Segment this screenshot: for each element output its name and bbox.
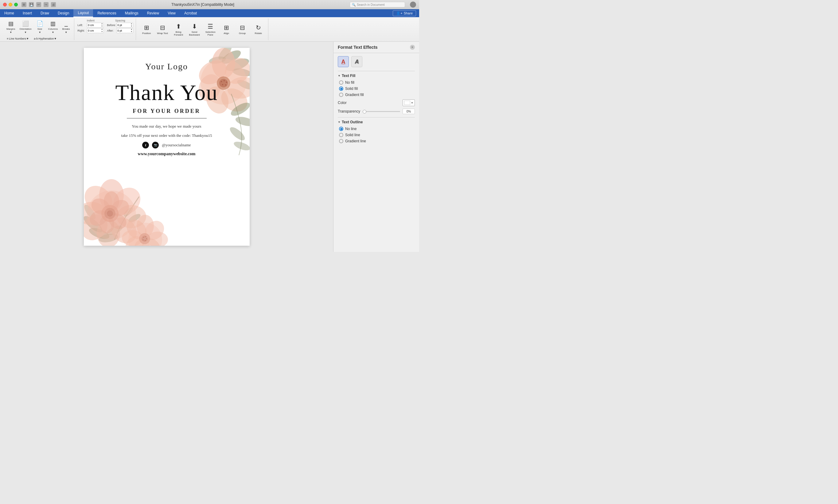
panel-close-button[interactable]: ✕ <box>410 45 415 50</box>
solid-fill-radio[interactable] <box>339 87 343 91</box>
group-button[interactable]: ⊟ Group <box>235 19 250 40</box>
rotate-button[interactable]: ↻ Rotate <box>251 19 266 40</box>
document-content: Your Logo Thank You FOR YOUR ORDER You m… <box>84 48 250 163</box>
spacing-after-down[interactable]: ▼ <box>131 31 132 33</box>
svg-point-28 <box>87 191 136 239</box>
transparency-input[interactable]: 0% <box>403 109 415 114</box>
align-icon: ⊞ <box>224 24 229 31</box>
wrap-text-button[interactable]: ⊟ Wrap Text <box>155 19 170 40</box>
sidebar-toggle-icon[interactable]: ⊞ <box>21 2 27 7</box>
position-button[interactable]: ⊞ Position <box>139 19 154 40</box>
align-button[interactable]: ⊞ Align <box>219 19 234 40</box>
panel-title: Format Text Effects <box>338 45 378 50</box>
svg-point-60 <box>144 240 146 241</box>
indent-spacing-group: Indent Left: 0 cm ▲ ▼ Right: 0 cm ▲ <box>75 18 136 40</box>
solid-fill-row[interactable]: Solid fill <box>339 87 415 91</box>
close-button[interactable] <box>3 3 7 6</box>
gradient-fill-row[interactable]: Gradient fill <box>339 93 415 97</box>
margins-button[interactable]: ▤ Margins ▼ <box>5 18 17 36</box>
menu-acrobat[interactable]: Acrobat <box>180 9 201 17</box>
share-button[interactable]: 👤+ Share <box>393 11 416 16</box>
text-outline-label: Text Outline <box>342 120 363 124</box>
redo-icon[interactable]: ↪ <box>44 2 49 7</box>
save-icon[interactable]: 💾 <box>29 2 34 7</box>
undo-icon[interactable]: ↩ <box>36 2 41 7</box>
svg-point-24 <box>105 223 123 237</box>
text-outline-header[interactable]: ▼ Text Outline <box>338 120 415 124</box>
color-picker-button[interactable]: ▼ <box>403 100 415 106</box>
orientation-button[interactable]: ⬜ Orientation ▼ <box>18 18 33 36</box>
facebook-icon: f <box>142 142 149 148</box>
spacing-before-input[interactable]: 0 pt ▲ ▼ <box>116 23 133 28</box>
no-line-radio[interactable] <box>339 127 343 131</box>
svg-point-34 <box>84 209 113 246</box>
spacing-after-label: After: <box>107 29 116 32</box>
indent-left-up[interactable]: ▲ <box>101 23 103 25</box>
menu-references[interactable]: References <box>93 9 120 17</box>
document-area[interactable]: Your Logo Thank You FOR YOUR ORDER You m… <box>0 42 333 252</box>
selection-pane-button[interactable]: ☰ Selection Pane <box>203 19 218 40</box>
text-fill-button[interactable]: A <box>338 56 349 67</box>
gradient-line-row[interactable]: Gradient line <box>339 139 415 143</box>
fullscreen-button[interactable] <box>14 3 18 6</box>
website-text: www.yourcompanywebsite.com <box>138 151 195 157</box>
menu-mailings[interactable]: Mailings <box>121 9 143 17</box>
svg-point-27 <box>122 206 135 218</box>
spacing-after-input[interactable]: 0 pt ▲ ▼ <box>116 28 133 33</box>
solid-line-radio[interactable] <box>339 133 343 137</box>
solid-line-row[interactable]: Solid line <box>339 133 415 137</box>
user-avatar[interactable] <box>410 2 416 8</box>
columns-icon: ▥ <box>50 20 55 27</box>
indent-right-input[interactable]: 0 cm ▲ ▼ <box>87 28 104 33</box>
no-line-label: No line <box>345 127 357 131</box>
main-layout: Your Logo Thank You FOR YOUR ORDER You m… <box>0 42 419 252</box>
menu-draw[interactable]: Draw <box>36 9 53 17</box>
gradient-fill-radio[interactable] <box>339 93 343 97</box>
menu-layout[interactable]: Layout <box>73 9 93 17</box>
margins-icon: ▤ <box>8 20 14 27</box>
spacing-after-up[interactable]: ▲ <box>131 28 132 31</box>
svg-point-45 <box>107 211 113 217</box>
text-fill-header[interactable]: ▼ Text Fill <box>338 74 415 78</box>
text-outline-arrow: ▼ <box>338 121 341 124</box>
no-fill-row[interactable]: No fill <box>339 80 415 85</box>
menu-insert[interactable]: Insert <box>18 9 36 17</box>
print-icon[interactable]: 🖨 <box>51 2 56 7</box>
spacing-after-spinner[interactable]: ▲ ▼ <box>131 28 132 33</box>
menu-design[interactable]: Design <box>53 9 73 17</box>
page-setup-group: ▤ Margins ▼ ⬜ Orientation ▼ 📄 Size ▼ ▥ C… <box>2 18 74 40</box>
color-swatch <box>404 101 410 105</box>
gradient-fill-label: Gradient fill <box>345 93 364 97</box>
color-row: Color ▼ <box>338 100 415 106</box>
breaks-button[interactable]: ⎯ Breaks ▼ <box>61 18 71 36</box>
spacing-before-down[interactable]: ▼ <box>131 25 132 28</box>
gradient-line-radio[interactable] <box>339 139 343 143</box>
columns-button[interactable]: ▥ Columns ▼ <box>47 18 59 36</box>
text-shadow-button[interactable]: A <box>351 56 362 67</box>
size-button[interactable]: 📄 Size ▼ <box>34 18 46 36</box>
minimize-button[interactable] <box>8 3 12 6</box>
spacing-before-up[interactable]: ▲ <box>131 23 132 25</box>
menu-view[interactable]: View <box>164 9 180 17</box>
spacing-before-spinner[interactable]: ▲ ▼ <box>131 23 132 28</box>
text-fill-label: Text Fill <box>342 74 355 78</box>
search-box[interactable]: 🔍 Search in Document <box>350 2 405 7</box>
menu-home[interactable]: Home <box>0 9 18 17</box>
no-fill-radio[interactable] <box>339 80 343 85</box>
slider-thumb[interactable] <box>363 110 366 113</box>
indent-right-spinner[interactable]: ▲ ▼ <box>101 28 103 33</box>
menu-review[interactable]: Review <box>143 9 164 17</box>
line-numbers-button[interactable]: ≡ Line Numbers ▼ <box>5 36 31 41</box>
indent-left-spinner[interactable]: ▲ ▼ <box>101 23 103 28</box>
send-backward-button[interactable]: ⬇ Send Backward <box>187 19 202 40</box>
no-line-dot <box>340 128 342 130</box>
transparency-row: Transparency 0% <box>338 109 415 114</box>
indent-left-input[interactable]: 0 cm ▲ ▼ <box>87 23 104 28</box>
indent-left-down[interactable]: ▼ <box>101 25 103 28</box>
hyphenation-button[interactable]: a-b Hyphenation ▼ <box>32 36 58 41</box>
no-line-row[interactable]: No line <box>339 127 415 131</box>
bring-forward-button[interactable]: ⬆ Bring Forward <box>171 19 186 40</box>
indent-right-up[interactable]: ▲ <box>101 28 103 31</box>
indent-right-down[interactable]: ▼ <box>101 31 103 33</box>
transparency-slider[interactable] <box>363 109 400 113</box>
